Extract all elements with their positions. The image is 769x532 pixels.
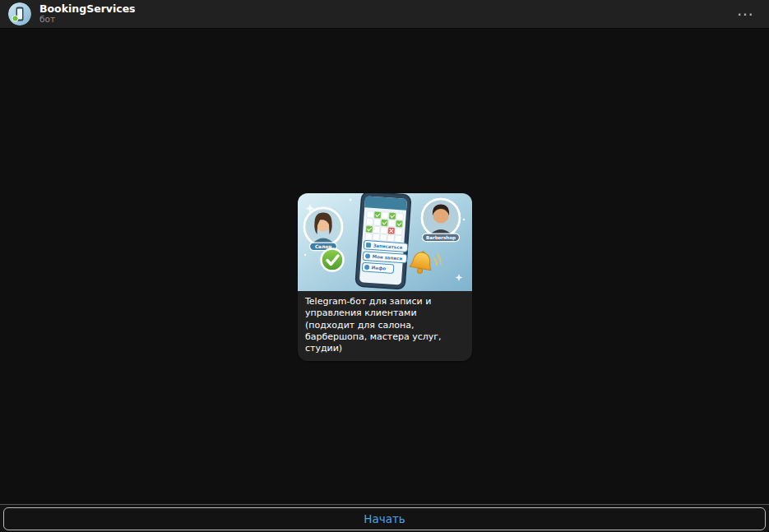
bot-avatar[interactable] xyxy=(8,2,31,25)
menu-icon[interactable]: ⋯ xyxy=(732,4,759,24)
booking-phone: Записаться Мои записи Инфо xyxy=(355,193,411,289)
barbershop-portrait: Barbershop xyxy=(422,199,460,242)
salon-portrait: Салон xyxy=(304,208,342,251)
bot-avatar-image xyxy=(8,2,31,25)
chat-title: BookingServices xyxy=(39,3,136,15)
barbershop-badge-label: Barbershop xyxy=(426,235,456,241)
chat-header: BookingServices бот ⋯ xyxy=(0,0,769,29)
start-button[interactable]: Начать xyxy=(3,507,766,530)
message-image[interactable]: Салон Barbershop xyxy=(298,193,472,291)
chat-area: Салон Barbershop xyxy=(0,29,769,504)
message-bubble: Салон Barbershop xyxy=(298,193,472,361)
chat-header-info: BookingServices бот xyxy=(39,3,136,25)
phone-button-info: Инфо xyxy=(362,262,394,273)
telegram-bot-window: BookingServices бот ⋯ xyxy=(0,0,769,532)
message-caption: Telegram-бот для записи и управления кли… xyxy=(298,291,472,361)
barbershop-badge: Barbershop xyxy=(423,234,460,242)
bot-command-footer: Начать xyxy=(0,504,769,532)
check-icon xyxy=(322,249,344,271)
chat-subtitle: бот xyxy=(39,15,136,25)
